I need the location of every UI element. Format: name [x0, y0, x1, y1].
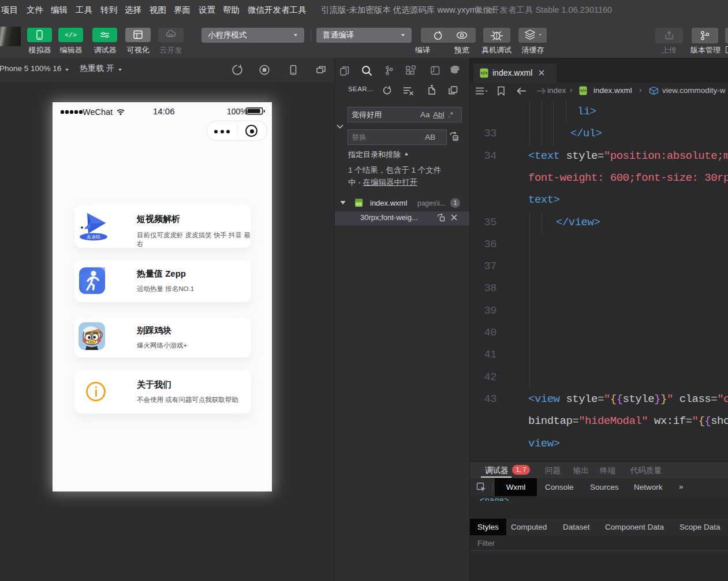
svg-text:去水印: 去水印	[86, 234, 100, 240]
svg-text:WeChat: WeChat	[83, 107, 113, 117]
svg-text:ab: ab	[454, 136, 459, 140]
svg-text:<>: <>	[356, 202, 362, 207]
